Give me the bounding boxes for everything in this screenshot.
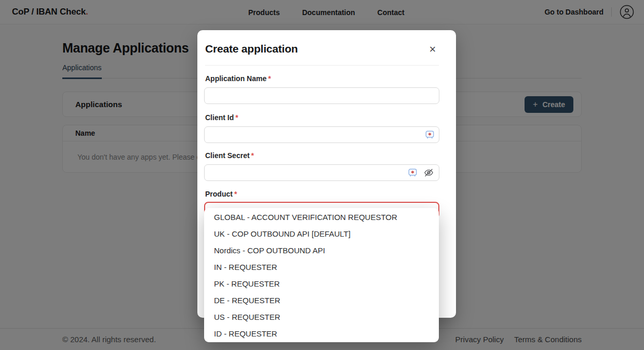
client-secret-input[interactable] xyxy=(204,164,439,181)
autofill-vault-icon[interactable] xyxy=(408,168,418,178)
application-name-label: Application Name* xyxy=(205,74,271,83)
screen: CoP / IBAN Check. Products Documentation… xyxy=(0,0,644,350)
required-asterisk: * xyxy=(234,190,237,198)
autofill-vault-icon[interactable] xyxy=(425,130,435,140)
product-option[interactable]: US - REQUESTER xyxy=(204,308,439,325)
product-option[interactable]: PK - REQUESTER xyxy=(204,275,439,292)
product-label: Product* xyxy=(205,190,237,198)
client-secret-field-wrap xyxy=(204,164,439,181)
eye-off-icon[interactable] xyxy=(423,167,434,178)
label-text: Client Secret xyxy=(205,151,250,160)
application-name-input[interactable] xyxy=(204,87,439,104)
product-option[interactable]: UK - COP OUTBOUND API [DEFAULT] xyxy=(204,225,439,242)
label-text: Application Name xyxy=(205,74,266,83)
required-asterisk: * xyxy=(251,151,254,160)
label-text: Client Id xyxy=(205,113,234,122)
required-asterisk: * xyxy=(268,74,271,83)
label-text: Product xyxy=(205,190,233,198)
product-option[interactable]: GLOBAL - ACCOUNT VERIFICATION REQUESTOR xyxy=(204,209,439,225)
product-option[interactable]: ID - REQUESTER xyxy=(204,325,439,342)
close-icon[interactable]: × xyxy=(427,44,438,55)
client-secret-label: Client Secret* xyxy=(205,151,254,160)
required-asterisk: * xyxy=(235,113,238,122)
product-option[interactable]: DE - REQUESTER xyxy=(204,292,439,308)
product-option[interactable]: Nordics - COP OUTBOUND API xyxy=(204,242,439,258)
product-option[interactable]: IN - REQUESTER xyxy=(204,258,439,275)
modal-title: Create application xyxy=(205,43,298,55)
product-dropdown: GLOBAL - ACCOUNT VERIFICATION REQUESTOR … xyxy=(204,208,439,342)
client-id-label: Client Id* xyxy=(205,113,238,122)
modal-divider xyxy=(205,65,439,66)
application-name-field-wrap xyxy=(204,87,439,104)
client-id-field-wrap xyxy=(204,126,439,143)
client-id-input[interactable] xyxy=(204,126,439,143)
